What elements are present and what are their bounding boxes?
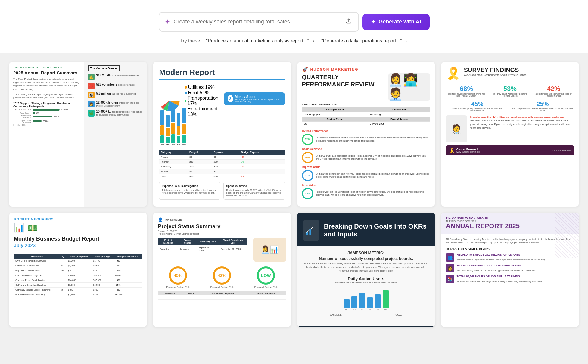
global-fact: Globally, more than 1.4 million men are …: [470, 116, 564, 118]
goals-achieved-circle: 74%: [302, 152, 313, 163]
modern-report-card: Modern Report Utilities 19% Re: [153, 62, 291, 207]
budget-th-desc: Description: [14, 254, 60, 259]
budget-col-category: Category: [159, 150, 188, 155]
goals-body: JAMESON METRIC: Number of successfully c…: [297, 246, 435, 326]
improvements-circle: 71%: [302, 170, 313, 181]
project-title: Project Status Summary: [158, 223, 286, 230]
food-report-title: 2025 Annual Report Summary: [13, 70, 80, 76]
survey-desc-3: aren't familiar with the warning signs o…: [533, 93, 574, 97]
money-spent-title: Money Spent: [235, 95, 255, 98]
search-container: ✦ ✦ Generate with AI: [159, 12, 430, 32]
gauge-circle-1: 45%: [169, 266, 187, 285]
expense-subcat-box: Expense By Sub-Categories Total expenses…: [159, 182, 220, 200]
dau-section: Daily Active Users Required Monthly Grow…: [303, 276, 429, 310]
food-bar-row-1: Family Nutrition Lab 124000: [13, 109, 80, 111]
gauge-label-2: Financial Budget Risk: [210, 286, 234, 288]
improvements-title: Improvements: [302, 166, 430, 169]
survey-desc-2: said they never worried about getting Pr…: [490, 93, 531, 97]
table-row: Company Vehicle Lease - Insurance3$480$5…: [14, 288, 142, 292]
employee-info-table: Employee NameDepartment Felicia NguyenMa…: [302, 107, 430, 126]
svg-point-4: [164, 96, 174, 106]
dau-title: Daily Active Users: [303, 276, 429, 281]
baseline-value: —: [333, 316, 338, 321]
survey-header: 🎗️ SURVEY FINDINGS We Asked Male Respond…: [446, 67, 574, 81]
food-bars: Family Nutrition Lab 124000 Food Securit…: [13, 109, 80, 123]
survey-pct-1: 68%: [446, 85, 487, 93]
survey-stat-2: 53% said they never worried about gettin…: [490, 85, 531, 97]
rocket-logo: ROCKET MECHANICS: [14, 217, 54, 221]
suggestion-1-link[interactable]: "Produce an annual marketing analysis re…: [206, 38, 315, 44]
food-stat-value-5: 10,000+ kg: [96, 110, 112, 113]
tia-stat-icon-2: 👩: [446, 264, 454, 272]
spent-vs-saved-desc: Budget was originally $1,925. A total of…: [226, 189, 281, 197]
food-stat-icon-1: 💰: [88, 74, 95, 80]
food-description: The Food Project Organization is a natio…: [13, 77, 80, 91]
survey-title: SURVEY FINDINGS: [464, 67, 527, 73]
cards-section: The Food Project Organization 2025 Annua…: [0, 53, 588, 342]
budget-main-table: Description Q Monthly Expenses Monthly B…: [14, 254, 142, 297]
survey-stats-grid: 68% said they never knew someone who has…: [446, 85, 574, 97]
project-header: 👤 HR Solutions: [158, 217, 286, 222]
ribbon-icon: 🎗️: [446, 67, 461, 81]
baseline-label: BASELINE: [330, 313, 342, 316]
search-input[interactable]: [174, 19, 341, 25]
survey-stat-3: 42% aren't familiar with the warning sig…: [533, 85, 574, 97]
goals-achieved-section: Goals Achieved 74% Of the Q2 traffic and…: [302, 148, 430, 163]
food-stat-label-2: across 36 states: [118, 83, 135, 86]
table-row: Ergonomic Office Chairs52$240$320-19%: [14, 268, 142, 273]
goals-title: Breaking Down Goals Into OKRs and Inputs: [324, 222, 429, 238]
survey-pct-4: 45%: [446, 101, 509, 107]
food-stat-icon-3: 👨‍👩‍👧: [88, 92, 95, 98]
global-desc: The American Cancer Society advises you …: [470, 119, 571, 129]
food-project-card: The Food Project Organization 2025 Annua…: [9, 62, 147, 207]
tia-stat-3: 📚 TOTAL 86,549 HOURS OF JOB SKILLS TRAIN…: [446, 275, 574, 283]
goals-achieved-text: Of the Q2 traffic and acquisition target…: [316, 154, 430, 161]
overall-perf-title: Overall Performance: [302, 129, 430, 132]
overall-performance-section: Overall Performance 82% Possesses a disc…: [302, 129, 430, 145]
gauge-2: 42% Financial Budget Risk: [210, 266, 234, 288]
survey-card: 🎗️ SURVEY FINDINGS We Asked Male Respond…: [441, 62, 579, 207]
expense-subcat-desc: Total expenses are broken into different…: [162, 189, 216, 194]
upload-button[interactable]: [344, 17, 353, 27]
goals-card: Breaking Down Goals Into OKRs and Inputs…: [297, 213, 435, 327]
employee-info-label: EMPLOYEE INFORMATION:: [302, 103, 430, 106]
suggestion-2-link[interactable]: "Generate a daily operations report..." …: [321, 38, 408, 44]
survey-pct-2: 53%: [490, 85, 531, 93]
modern-report-title: Modern Report: [159, 68, 285, 80]
hudson-header: 🚀 HUDSON MARKETING: [302, 67, 430, 72]
modern-report-inner: Modern Report Utilities 19% Re: [153, 62, 291, 206]
bottom-sections: Expense By Sub-Categories Total expenses…: [159, 182, 285, 200]
tia-card: TIA CONSULTANCY GROUP THE RIGHT JOB FOR …: [441, 213, 579, 327]
food-stat-icon-4: 👧: [88, 101, 95, 107]
table-row: Evan StuartMarquiseSeptember 1, 2026Dece…: [158, 245, 247, 253]
expense-subcat-title: Expense By Sub-Categories: [162, 185, 218, 188]
food-bar-row-3: School Food Programs 70936: [13, 115, 80, 118]
survey-pct-5: 25%: [511, 101, 574, 107]
generate-button[interactable]: ✦ Generate with AI: [362, 14, 429, 30]
overall-perf-text: Possesses a disciplined, reliable work e…: [316, 136, 430, 143]
core-values-section: Core Values 92% Felicia's work ethic is …: [302, 184, 430, 199]
hudson-report-title: QUARTERLY PERFORMANCE REVIEW: [302, 73, 385, 88]
budget-icon-2: 💵: [27, 223, 38, 233]
table-row: Phone8095-15: [159, 155, 285, 160]
survey-pct-3: 42%: [533, 85, 574, 93]
table-row: Swift Books Invoicing Software$1,200$1,4…: [14, 259, 142, 263]
food-body-text: The following annual report highlights t…: [13, 93, 80, 99]
food-stat-1: 💰 $18.2 million fundraised country-wide: [88, 74, 144, 80]
hudson-illustration: 👩‍💼👩‍💻🧑‍💼: [388, 73, 430, 101]
project-id: Project ID: 03-206: [158, 230, 286, 232]
goal-box: GOAL —: [395, 313, 402, 322]
try-these-label: Try these: [180, 38, 200, 44]
survey-footer: 🎗️ Cancer Research www.cancerresearch.or…: [446, 145, 574, 155]
survey-doctor-section: 🧑‍⚕️ Globally, more than 1.4 million men…: [446, 115, 574, 142]
hr-logo: HR Solutions: [165, 218, 182, 221]
gauge-1: 45% Financial Budget Risk: [166, 266, 190, 288]
goal-label: GOAL: [395, 313, 402, 316]
budget-icons-row: 📊 💵: [14, 223, 142, 233]
survey-desc-5: said they never discussed a Prostate Can…: [511, 107, 574, 112]
survey-subtitle: We Asked Male Respondents About Prostate…: [464, 73, 527, 76]
budget-th-pct: Budget Preference %: [114, 254, 142, 259]
budget-col-diff: Budget Expense: [239, 150, 285, 155]
survey-title-block: SURVEY FINDINGS We Asked Male Respondent…: [464, 67, 527, 76]
survey-stat-4: 45% say the idea of getting a rectal exa…: [446, 101, 509, 112]
